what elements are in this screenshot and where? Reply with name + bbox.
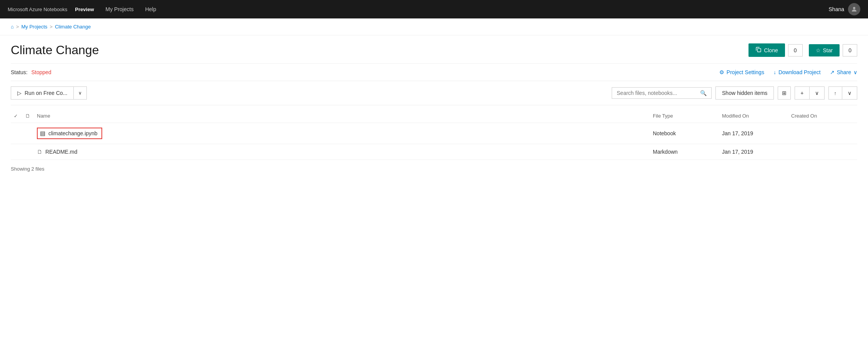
clone-count: 0 — [788, 44, 803, 56]
project-title: Climate Change — [11, 43, 99, 57]
clone-icon — [755, 46, 762, 54]
avatar[interactable] — [848, 3, 860, 15]
download-project-button[interactable]: ↓ Download Project — [773, 69, 821, 75]
row-modified: Jan 17, 2019 — [719, 123, 788, 144]
file-table-body: ▤ climatechange.ipynb Notebook Jan 17, 2… — [11, 123, 857, 160]
add-button[interactable]: + — [795, 87, 809, 99]
breadcrumb-sep-1: > — [16, 24, 19, 30]
sort-dropdown-button[interactable]: ∨ — [842, 87, 857, 99]
star-icon: ☆ — [816, 47, 821, 53]
home-icon: ⌂ — [11, 24, 14, 30]
username-label: Shana — [829, 6, 844, 12]
preview-label: Preview — [75, 7, 94, 12]
breadcrumb-sep-2: > — [50, 24, 53, 30]
show-hidden-button[interactable]: Show hidden items — [715, 86, 774, 100]
search-box: 🔍 — [612, 87, 712, 99]
row-icon — [22, 123, 34, 144]
run-dropdown-button[interactable]: ∨ — [74, 87, 86, 99]
row-filetype: Markdown — [650, 144, 719, 160]
row-name: ▤ climatechange.ipynb — [34, 123, 650, 144]
file-name-link[interactable]: README.md — [45, 149, 77, 155]
main-content: Climate Change Clone 0 ☆ Star 0 Status: … — [0, 35, 868, 179]
row-check — [11, 144, 22, 160]
search-input[interactable] — [617, 90, 700, 96]
status-label: Status: — [11, 69, 28, 75]
showing-count: Showing 2 files — [11, 160, 857, 172]
grid-view-button[interactable]: ⊞ — [778, 86, 791, 100]
breadcrumb: ⌂ > My Projects > Climate Change — [0, 18, 868, 35]
download-icon: ↓ — [773, 69, 776, 75]
star-count: 0 — [843, 44, 857, 56]
status-badge: Stopped — [31, 69, 51, 75]
status-section: Status: Stopped — [11, 69, 51, 75]
status-actions: ⚙ Project Settings ↓ Download Project ↗ … — [719, 69, 857, 75]
add-dropdown-button[interactable]: ∨ — [810, 87, 824, 99]
plus-icon: + — [800, 90, 803, 96]
col-name-header: Name — [34, 109, 650, 123]
chevron-down-icon: ∨ — [78, 90, 82, 96]
add-action-group: + ∨ — [795, 86, 824, 100]
breadcrumb-current: Climate Change — [55, 24, 91, 30]
nav-my-projects[interactable]: My Projects — [106, 6, 134, 12]
col-modified-header: Modified On — [719, 109, 788, 123]
col-filetype-header: File Type — [650, 109, 719, 123]
table-row: ▤ climatechange.ipynb Notebook Jan 17, 2… — [11, 123, 857, 144]
run-button-group: ▷ Run on Free Co... ∨ — [11, 86, 87, 100]
header-actions: Clone 0 ☆ Star 0 — [749, 43, 857, 57]
grid-icon: ⊞ — [782, 90, 787, 96]
user-section: Shana — [829, 3, 860, 15]
add-chevron-icon: ∨ — [815, 90, 819, 96]
top-nav: Microsoft Azure Notebooks Preview My Pro… — [0, 0, 868, 18]
share-chevron-icon: ∨ — [853, 69, 857, 75]
sort-action-group: ↑ ∨ — [828, 86, 858, 100]
clone-button[interactable]: Clone — [749, 43, 785, 57]
file-name-link[interactable]: climatechange.ipynb — [48, 130, 98, 136]
row-icon — [22, 144, 34, 160]
status-row: Status: Stopped ⚙ Project Settings ↓ Dow… — [11, 64, 857, 81]
svg-rect-1 — [757, 48, 761, 52]
col-check-header: ✓ — [11, 109, 22, 123]
star-button[interactable]: ☆ Star — [809, 44, 840, 56]
run-button[interactable]: ▷ Run on Free Co... — [11, 87, 74, 99]
breadcrumb-home[interactable]: ⌂ — [11, 24, 14, 30]
nav-links: My Projects Help — [106, 6, 829, 12]
search-icon: 🔍 — [700, 90, 707, 96]
brand-label: Microsoft Azure Notebooks — [8, 7, 67, 12]
share-icon: ↗ — [830, 69, 835, 75]
row-filetype: Notebook — [650, 123, 719, 144]
project-header: Climate Change Clone 0 ☆ Star 0 — [11, 43, 857, 64]
row-name: 🗋 README.md — [34, 144, 650, 160]
col-created-header: Created On — [788, 109, 857, 123]
settings-icon: ⚙ — [719, 69, 724, 75]
search-icon-button[interactable]: 🔍 — [700, 90, 707, 96]
project-settings-button[interactable]: ⚙ Project Settings — [719, 69, 764, 75]
toolbar: ▷ Run on Free Co... ∨ 🔍 Show hidden item… — [11, 81, 857, 105]
svg-point-0 — [853, 7, 855, 9]
nav-help[interactable]: Help — [145, 6, 156, 12]
sort-chevron-icon: ∨ — [848, 90, 851, 96]
breadcrumb-my-projects[interactable]: My Projects — [21, 24, 47, 30]
col-icon-header: 🗋 — [22, 109, 34, 123]
sort-icon: ↑ — [834, 90, 837, 96]
file-icon-header: 🗋 — [25, 113, 30, 119]
table-header-row: ✓ 🗋 Name File Type Modified On Created O… — [11, 109, 857, 123]
row-check — [11, 123, 22, 144]
file-table: ✓ 🗋 Name File Type Modified On Created O… — [11, 109, 857, 160]
row-modified: Jan 17, 2019 — [719, 144, 788, 160]
notebook-icon: ▤ — [40, 130, 45, 137]
check-icon: ✓ — [14, 113, 18, 119]
play-icon: ▷ — [17, 90, 22, 96]
sort-button[interactable]: ↑ — [829, 87, 843, 99]
share-button[interactable]: ↗ Share ∨ — [830, 69, 857, 75]
table-row: 🗋 README.md Markdown Jan 17, 2019 — [11, 144, 857, 160]
row-created — [788, 144, 857, 160]
row-created — [788, 123, 857, 144]
file-icon: 🗋 — [37, 149, 42, 155]
